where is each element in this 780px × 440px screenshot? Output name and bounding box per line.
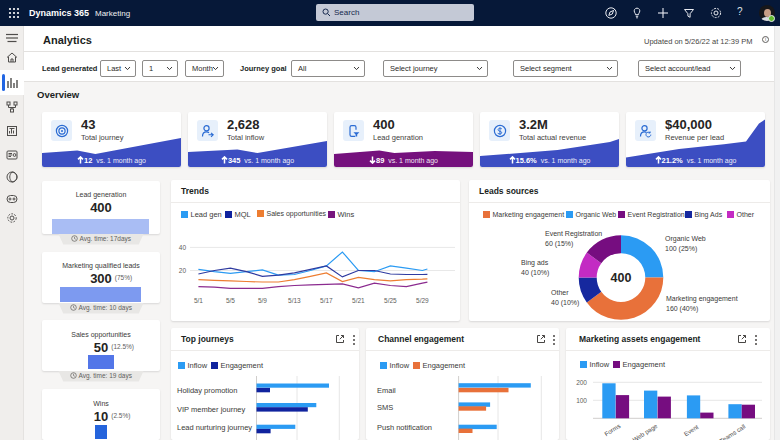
svg-text:Web page: Web page [631, 422, 659, 440]
svg-text:40 (10%): 40 (10%) [521, 269, 549, 277]
svg-text:Other: Other [551, 289, 569, 296]
svg-text:60 (15%): 60 (15%) [545, 240, 573, 248]
svg-text:Event: Event [682, 423, 699, 438]
svg-text:100 (25%): 100 (25%) [665, 245, 697, 253]
svg-text:5/9: 5/9 [258, 297, 267, 304]
svg-text:Event Registration: Event Registration [545, 230, 602, 238]
svg-text:Forms: Forms [603, 422, 622, 437]
svg-text:400: 400 [611, 271, 632, 285]
svg-text:Teams call: Teams call [718, 422, 746, 440]
svg-text:5/25: 5/25 [384, 297, 397, 304]
svg-text:160 (40%): 160 (40%) [666, 305, 698, 313]
svg-text:40 (10%): 40 (10%) [551, 299, 579, 307]
svg-text:5/29: 5/29 [416, 297, 429, 304]
svg-text:5/21: 5/21 [352, 297, 365, 304]
svg-text:5/1: 5/1 [194, 297, 203, 304]
svg-text:5/5: 5/5 [226, 297, 235, 304]
svg-text:Organic Web: Organic Web [665, 235, 706, 243]
svg-text:40: 40 [179, 244, 187, 251]
svg-text:5/13: 5/13 [288, 297, 301, 304]
svg-text:5/17: 5/17 [320, 297, 333, 304]
svg-text:200: 200 [576, 379, 587, 386]
svg-text:20: 20 [179, 267, 187, 274]
svg-text:Marketing engagement: Marketing engagement [666, 295, 738, 303]
svg-text:100: 100 [576, 397, 587, 404]
svg-text:Bing ads: Bing ads [521, 259, 549, 267]
